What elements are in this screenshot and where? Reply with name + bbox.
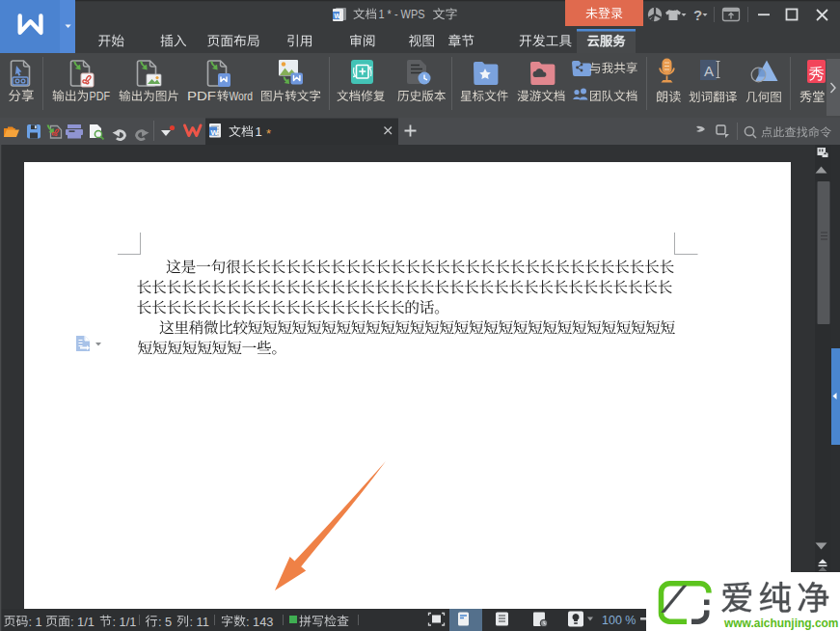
svg-text:1 * - WPS: 1 * - WPS xyxy=(379,8,425,21)
svg-text:PDF: PDF xyxy=(187,89,216,103)
svg-text:A: A xyxy=(704,63,714,79)
svg-text:: 5: : 5 xyxy=(158,615,172,629)
svg-text:?: ? xyxy=(693,7,702,23)
svg-text:1: 1 xyxy=(256,124,262,139)
svg-text:: 1/1: : 1/1 xyxy=(70,615,95,629)
svg-text:Word: Word xyxy=(230,89,254,103)
svg-text:PDF: PDF xyxy=(90,90,111,103)
svg-text:100 %: 100 % xyxy=(602,614,636,627)
svg-text:: 1: : 1 xyxy=(29,615,42,629)
svg-text:W: W xyxy=(211,128,219,137)
svg-text:: 1/1: : 1/1 xyxy=(113,615,137,629)
svg-text:: 143: : 143 xyxy=(246,615,273,629)
svg-text:*: * xyxy=(266,126,271,141)
svg-text:: 11: : 11 xyxy=(190,615,209,629)
svg-text:www.aichunjing.com: www.aichunjing.com xyxy=(723,617,838,630)
svg-text:W: W xyxy=(335,13,341,19)
